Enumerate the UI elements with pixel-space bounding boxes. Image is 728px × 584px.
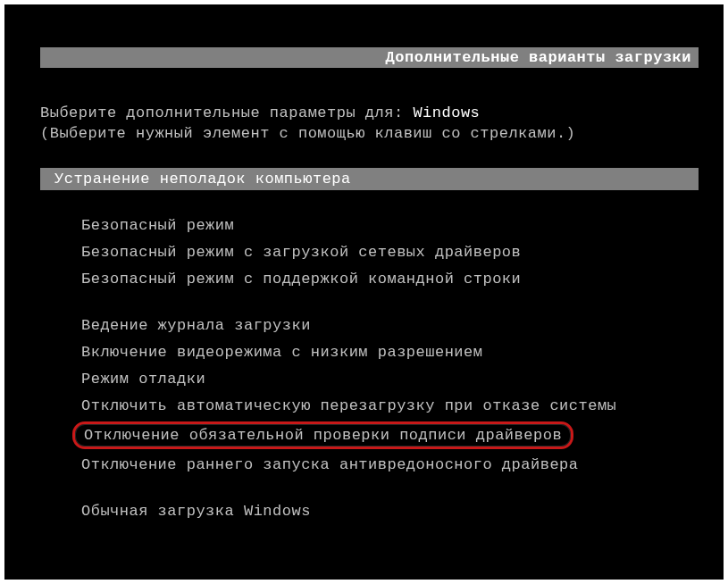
boot-menu: Устранение неполадок компьютера Безопасн… — [40, 168, 699, 522]
boot-options-screen: Дополнительные варианты загрузки Выберит… — [4, 4, 724, 580]
menu-item-boot-logging[interactable]: Ведение журнала загрузки — [40, 314, 699, 337]
menu-item-no-auto-restart[interactable]: Отключить автоматическую перезагрузку пр… — [40, 395, 699, 417]
instruction-prefix: Выберите дополнительные параметры для: — [40, 104, 413, 121]
menu-item-disable-elam[interactable]: Отключение раннего запуска антивредоносн… — [40, 454, 699, 476]
highlight-annotation: Отключение обязательной проверки подписи… — [72, 421, 573, 449]
page-title: Дополнительные варианты загрузки — [40, 47, 699, 68]
instruction-line-1: Выберите дополнительные параметры для: W… — [40, 105, 724, 121]
menu-item-safe-mode-net[interactable]: Безопасный режим с загрузкой сетевых дра… — [40, 241, 699, 263]
instructions-block: Выберите дополнительные параметры для: W… — [40, 105, 724, 141]
menu-item-safe-mode[interactable]: Безопасный режим — [40, 214, 699, 237]
menu-item-low-res[interactable]: Включение видеорежима с низким разрешени… — [40, 341, 699, 363]
menu-item-safe-mode-cmd[interactable]: Безопасный режим с поддержкой командной … — [40, 268, 699, 290]
menu-item-disable-signature[interactable]: Отключение обязательной проверки подписи… — [72, 421, 573, 449]
menu-item-repair[interactable]: Устранение неполадок компьютера — [40, 168, 699, 190]
os-name: Windows — [413, 104, 480, 121]
instruction-hint: (Выберите нужный элемент с помощью клави… — [40, 126, 724, 141]
menu-item-debug[interactable]: Режим отладки — [40, 368, 699, 390]
menu-item-normal-boot[interactable]: Обычная загрузка Windows — [40, 500, 699, 522]
